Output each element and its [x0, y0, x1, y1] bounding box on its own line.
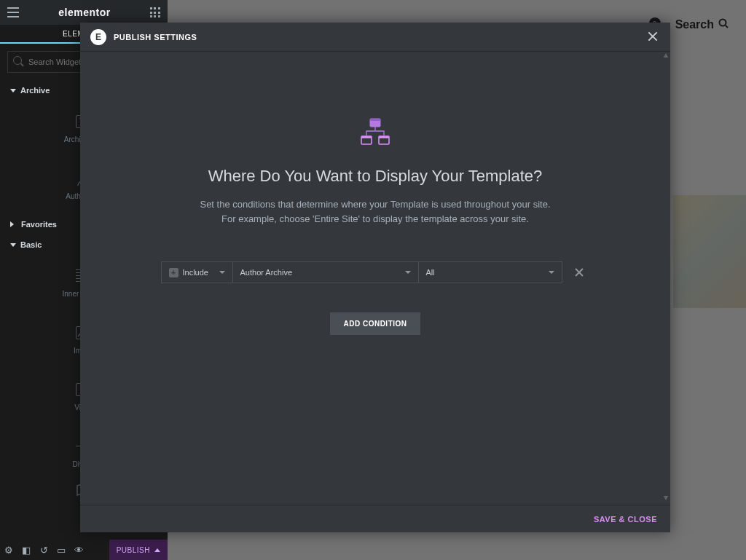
save-close-button[interactable]: SAVE & CLOSE	[594, 515, 657, 524]
condition-row: + Include Author Archive All	[109, 261, 641, 283]
modal-heading: Where Do You Want to Display Your Templa…	[109, 167, 641, 186]
history-icon[interactable]: ↺	[35, 540, 52, 560]
section-label: Favorites	[21, 220, 57, 229]
svg-rect-6	[370, 119, 380, 121]
scope-label: All	[426, 268, 435, 277]
close-icon[interactable]	[645, 30, 660, 44]
svg-rect-8	[361, 136, 372, 138]
menu-icon[interactable]	[7, 7, 19, 17]
modal-header: E PUBLISH SETTINGS	[80, 23, 670, 52]
include-icon: +	[169, 268, 178, 277]
search-icon	[13, 56, 22, 65]
type-label: Author Archive	[240, 268, 293, 277]
condition-type-select[interactable]: Author Archive	[232, 261, 418, 283]
modal-title: PUBLISH SETTINGS	[114, 33, 197, 42]
chevron-down-icon	[10, 243, 16, 247]
include-label: Include	[183, 268, 208, 277]
publish-label: PUBLISH	[117, 546, 150, 554]
publish-settings-modal: E PUBLISH SETTINGS Where Do You Want to …	[80, 23, 670, 532]
chevron-down-icon	[219, 271, 225, 274]
panel-footer: ⚙ ◧ ↺ ▭ 👁 PUBLISH	[0, 540, 168, 560]
chevron-down-icon	[549, 271, 554, 274]
chevron-down-icon	[10, 89, 16, 92]
preview-icon[interactable]: 👁	[70, 540, 87, 560]
modal-body: Where Do You Want to Display Your Templa…	[80, 52, 670, 505]
chevron-right-icon	[10, 221, 17, 227]
condition-scope-select[interactable]: All	[418, 261, 562, 283]
brand-logo: elementor	[58, 7, 110, 18]
sitemap-icon	[109, 117, 641, 146]
navigator-icon[interactable]: ◧	[17, 540, 35, 560]
section-label: Archive	[20, 86, 50, 95]
condition-include-select[interactable]: + Include	[161, 261, 232, 283]
modal-footer: SAVE & CLOSE	[80, 505, 670, 532]
chevron-down-icon	[405, 271, 411, 274]
add-condition-button[interactable]: ADD CONDITION	[330, 312, 420, 335]
remove-condition-button[interactable]	[568, 261, 590, 283]
modal-description: Set the conditions that determine where …	[171, 197, 579, 226]
publish-button[interactable]: PUBLISH	[109, 540, 168, 560]
elementor-logo-icon: E	[90, 29, 106, 45]
responsive-icon[interactable]: ▭	[52, 540, 70, 560]
settings-icon[interactable]: ⚙	[0, 540, 17, 560]
panel-header: elementor	[0, 0, 168, 25]
section-label: Basic	[20, 240, 42, 249]
chevron-up-icon	[154, 548, 160, 552]
widgets-grid-icon[interactable]	[150, 7, 160, 17]
svg-rect-10	[379, 136, 389, 138]
